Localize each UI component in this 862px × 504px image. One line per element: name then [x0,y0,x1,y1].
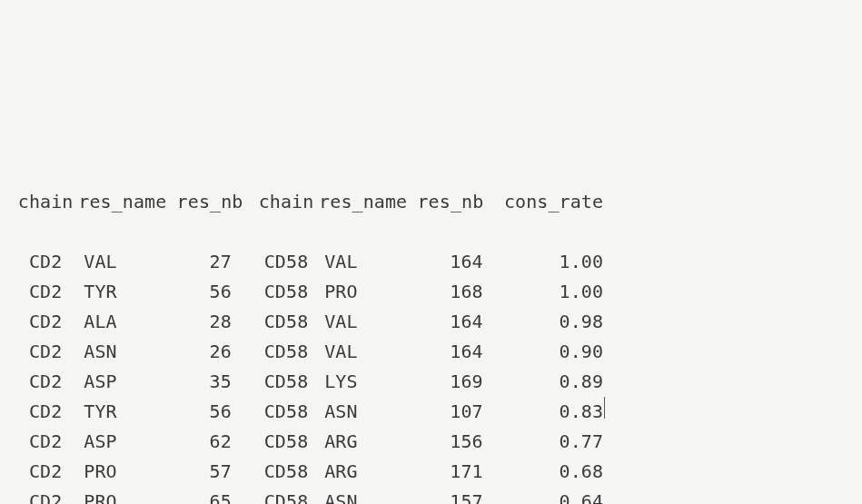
cell-c1: CD2 [13,427,78,457]
text-cursor [604,397,605,419]
cell-c7: 0.68 [494,457,603,487]
cell-c1: CD2 [13,247,78,277]
col-header-resname-b: res_name [319,187,417,217]
table-row: CD2ASP62CD58ARG1560.77 [13,427,849,457]
col-header-chain-a: chain [13,187,78,217]
cell-c3: 27 [177,247,253,277]
cell-c1: CD2 [13,277,78,307]
cell-c3: 57 [177,457,253,487]
cell-c2: PRO [78,487,176,504]
cell-c2: ALA [78,307,176,337]
cell-c4: CD58 [253,307,319,337]
table-row: CD2ASP35CD58LYS1690.89 [13,367,849,397]
cell-c3: 56 [177,277,253,307]
table-row: CD2TYR56CD58PRO1681.00 [13,277,849,307]
cell-c6: 164 [417,307,493,337]
cell-c6: 164 [417,337,493,367]
cell-c7: 0.64 [494,487,603,504]
cell-c4: CD58 [253,367,319,397]
cell-c1: CD2 [13,397,78,427]
table-row: CD2VAL27CD58VAL1641.00 [13,247,849,277]
cell-c6: 169 [417,367,493,397]
cell-c5: ARG [319,457,417,487]
cell-c7: 0.98 [494,307,603,337]
table-row: CD2ASN26CD58VAL1640.90 [13,337,849,367]
col-header-resname-a: res_name [78,187,176,217]
table-row: CD2PRO57CD58ARG1710.68 [13,457,849,487]
cell-c7: 0.83 [494,397,603,427]
cell-c5: ASN [319,397,417,427]
cell-c7: 1.00 [494,277,603,307]
cell-c3: 26 [177,337,253,367]
cell-c7: 0.90 [494,337,603,367]
cell-c6: 168 [417,277,493,307]
cell-c4: CD58 [253,457,319,487]
cell-c5: ASN [319,487,417,504]
col-header-chain-b: chain [253,187,319,217]
cell-c1: CD2 [13,487,78,504]
table-row: CD2PRO65CD58ASN1570.64 [13,487,849,504]
cell-c7: 1.00 [494,247,603,277]
cell-c6: 164 [417,247,493,277]
cell-c4: CD58 [253,397,319,427]
cell-c2: PRO [78,457,176,487]
table-header-row: chainres_nameres_nbchainres_nameres_nbco… [13,187,849,217]
cell-c6: 171 [417,457,493,487]
cell-c2: TYR [78,277,176,307]
data-table: chainres_nameres_nbchainres_nameres_nbco… [13,127,849,504]
cell-c5: PRO [319,277,417,307]
cell-c1: CD2 [13,337,78,367]
cell-c4: CD58 [253,247,319,277]
cell-c3: 56 [177,397,253,427]
cell-c5: LYS [319,367,417,397]
cell-c3: 62 [177,427,253,457]
cell-c3: 28 [177,307,253,337]
cell-c6: 157 [417,487,493,504]
col-header-consrate: cons_rate [494,187,603,217]
cell-c4: CD58 [253,337,319,367]
cell-c4: CD58 [253,487,319,504]
cell-c1: CD2 [13,457,78,487]
cell-c4: CD58 [253,277,319,307]
cell-c5: ARG [319,427,417,457]
col-header-resnb-b: res_nb [417,187,493,217]
cell-c2: TYR [78,397,176,427]
table-row: CD2TYR56CD58ASN1070.83 [13,397,849,427]
cell-c5: VAL [319,337,417,367]
cell-c5: VAL [319,307,417,337]
cell-c3: 65 [177,487,253,504]
cell-c2: VAL [78,247,176,277]
cell-c4: CD58 [253,427,319,457]
col-header-resnb-a: res_nb [177,187,253,217]
cell-c5: VAL [319,247,417,277]
cell-c2: ASP [78,427,176,457]
cell-c6: 107 [417,397,493,427]
cell-c7: 0.77 [494,427,603,457]
cell-c6: 156 [417,427,493,457]
cell-c3: 35 [177,367,253,397]
cell-c7: 0.89 [494,367,603,397]
cell-c2: ASP [78,367,176,397]
cell-c1: CD2 [13,307,78,337]
table-row: CD2ALA28CD58VAL1640.98 [13,307,849,337]
cell-c2: ASN [78,337,176,367]
cell-c1: CD2 [13,367,78,397]
